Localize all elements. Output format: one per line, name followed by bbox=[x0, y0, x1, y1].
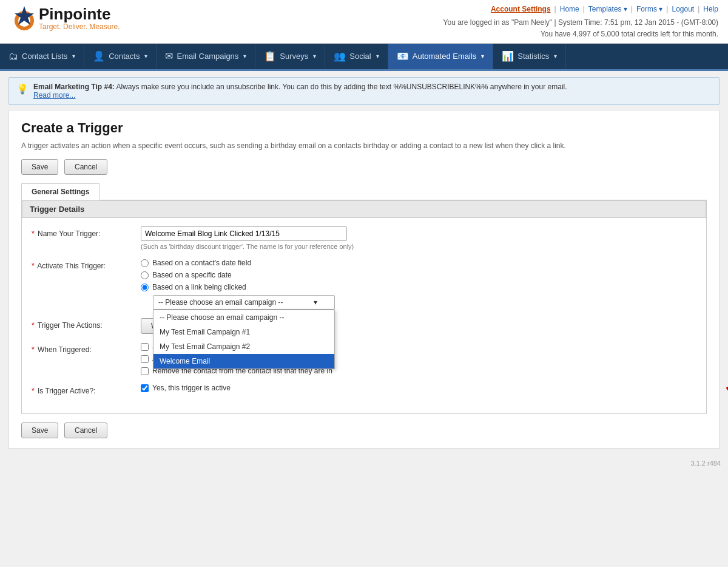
tab-general-settings[interactable]: General Settings bbox=[21, 183, 99, 200]
campaign-dropdown-container: -- Please choose an email campaign -- ▾ … bbox=[153, 295, 696, 310]
surveys-icon: 📋 bbox=[264, 50, 276, 62]
email-campaigns-chevron: ▾ bbox=[243, 53, 246, 59]
actions-row: * Trigger The Actions: Wh... bbox=[32, 318, 696, 334]
cancel-button-top[interactable]: Cancel bbox=[64, 159, 107, 175]
check-remove-list-input[interactable] bbox=[141, 367, 149, 375]
radio-date-field: Based on a contact's date field bbox=[141, 259, 696, 267]
radio-specific-date-label: Based on a specific date bbox=[152, 271, 232, 279]
red-arrow-container bbox=[709, 356, 728, 406]
save-button-top[interactable]: Save bbox=[21, 159, 58, 175]
dropdown-item-placeholder[interactable]: -- Please choose an email campaign -- bbox=[153, 310, 334, 325]
social-chevron: ▾ bbox=[376, 53, 379, 59]
name-control: (Such as 'birthday discount trigger'. Th… bbox=[141, 226, 696, 250]
automated-emails-icon: 📧 bbox=[397, 50, 409, 62]
nav-email-campaigns-label: Email Campaigns bbox=[177, 52, 238, 61]
nav-statistics-label: Statistics bbox=[517, 52, 549, 61]
statistics-chevron: ▾ bbox=[554, 53, 557, 59]
contact-lists-icon: 🗂 bbox=[8, 51, 18, 62]
nav-social-label: Social bbox=[349, 52, 371, 61]
nav-surveys[interactable]: 📋 Surveys ▾ bbox=[255, 44, 325, 69]
tip-icon: 💡 bbox=[16, 83, 29, 95]
trigger-name-input[interactable] bbox=[141, 226, 347, 241]
activate-radio-group: Based on a contact's date field Based on… bbox=[141, 259, 696, 310]
dropdown-item-welcome-email[interactable]: Welcome Email bbox=[153, 354, 334, 368]
active-control: Yes, this trigger is active bbox=[141, 384, 696, 392]
logo-icon bbox=[10, 4, 39, 33]
active-checkbox[interactable] bbox=[141, 384, 149, 392]
nav-contact-lists[interactable]: 🗂 Contact Lists ▾ bbox=[0, 44, 84, 69]
automated-emails-chevron: ▾ bbox=[481, 53, 484, 59]
account-settings-link[interactable]: Account Settings bbox=[491, 4, 551, 15]
contact-lists-chevron: ▾ bbox=[72, 53, 75, 59]
logo-name: Pinpointe bbox=[39, 5, 120, 23]
nav-social[interactable]: 👥 Social ▾ bbox=[325, 44, 388, 69]
red-arrow-icon bbox=[709, 356, 728, 404]
campaign-dropdown-list: -- Please choose an email campaign -- My… bbox=[153, 310, 335, 369]
actions-label: * Trigger The Actions: bbox=[32, 318, 141, 330]
activate-control: Based on a contact's date field Based on… bbox=[141, 259, 696, 310]
main-content: Create a Trigger A trigger activates an … bbox=[8, 110, 720, 449]
dropdown-item-1[interactable]: My Test Email Campaign #1 bbox=[153, 325, 334, 339]
navbar: 🗂 Contact Lists ▾ 👤 Contacts ▾ ✉ Email C… bbox=[0, 44, 728, 69]
name-label: * Name Your Trigger: bbox=[32, 226, 141, 238]
radio-link-clicked-label: Based on a link being clicked bbox=[152, 283, 246, 291]
contacts-icon: 👤 bbox=[93, 50, 105, 62]
forms-link[interactable]: Forms ▾ bbox=[636, 4, 662, 15]
active-row: * Is Trigger Active?: Yes, this trigger … bbox=[32, 384, 696, 395]
home-link[interactable]: Home bbox=[560, 4, 579, 15]
surveys-chevron: ▾ bbox=[313, 53, 316, 59]
radio-link-clicked-input[interactable] bbox=[141, 284, 149, 291]
templates-link[interactable]: Templates ▾ bbox=[588, 4, 627, 15]
active-check-item: Yes, this trigger is active bbox=[141, 384, 696, 392]
logo-tagline: Target. Deliver. Measure. bbox=[39, 22, 120, 31]
activate-label: * Activate This Trigger: bbox=[32, 259, 141, 270]
check-send-email-input[interactable] bbox=[141, 343, 149, 351]
radio-link-clicked: Based on a link being clicked bbox=[141, 283, 696, 291]
tabs: General Settings bbox=[21, 183, 707, 200]
top-right-area: Account Settings | Home | Templates ▾ | … bbox=[443, 4, 718, 41]
user-info: You are logged in as "Pam Neely" | Syste… bbox=[443, 17, 718, 29]
tip-bar: 💡 Email Marketing Tip #4: Always make su… bbox=[8, 77, 720, 105]
top-nav: Account Settings | Home | Templates ▾ | … bbox=[443, 4, 718, 15]
navbar-divider bbox=[0, 69, 728, 71]
tip-label: Email Marketing Tip #4: bbox=[33, 83, 115, 91]
nav-automated-emails-label: Automated Emails bbox=[413, 52, 477, 61]
bottom-action-buttons: Save Cancel bbox=[21, 423, 707, 438]
radio-date-field-label: Based on a contact's date field bbox=[152, 259, 251, 267]
tip-read-more[interactable]: Read more... bbox=[33, 91, 75, 100]
header: Pinpointe Target. Deliver. Measure. Acco… bbox=[0, 0, 728, 44]
cancel-button-bottom[interactable]: Cancel bbox=[64, 423, 107, 438]
tip-text: Always make sure you include an unsubscr… bbox=[116, 83, 567, 91]
activate-row: * Activate This Trigger: Based on a cont… bbox=[32, 259, 696, 310]
contacts-chevron: ▾ bbox=[144, 53, 147, 59]
name-hint: (Such as 'birthday discount trigger'. Th… bbox=[141, 243, 696, 250]
statistics-icon: 📊 bbox=[502, 50, 514, 62]
radio-date-field-input[interactable] bbox=[141, 259, 149, 267]
when-triggered-label: * When Triggered: bbox=[32, 342, 141, 354]
nav-contacts[interactable]: 👤 Contacts ▾ bbox=[84, 44, 157, 69]
nav-email-campaigns[interactable]: ✉ Email Campaigns ▾ bbox=[157, 44, 255, 69]
nav-surveys-label: Surveys bbox=[280, 52, 308, 61]
nav-statistics[interactable]: 📊 Statistics ▾ bbox=[493, 44, 566, 69]
nav-automated-emails[interactable]: 📧 Automated Emails ▾ bbox=[388, 44, 494, 69]
help-link[interactable]: Help bbox=[703, 4, 718, 15]
dropdown-selected-text: -- Please choose an email campaign -- bbox=[158, 298, 283, 307]
radio-specific-date-input[interactable] bbox=[141, 271, 149, 279]
email-campaigns-icon: ✉ bbox=[165, 50, 173, 62]
section-title: Trigger Details bbox=[22, 200, 706, 218]
check-add-list-input[interactable] bbox=[141, 355, 149, 363]
nav-contacts-label: Contacts bbox=[109, 52, 140, 61]
logout-link[interactable]: Logout bbox=[672, 4, 694, 15]
credits-info: You have 4,997 of 5,000 total credits le… bbox=[443, 29, 718, 40]
dropdown-item-2[interactable]: My Test Email Campaign #2 bbox=[153, 339, 334, 354]
page-title: Create a Trigger bbox=[21, 120, 707, 136]
logo-area: Pinpointe Target. Deliver. Measure. bbox=[10, 4, 120, 33]
top-action-buttons: Save Cancel bbox=[21, 159, 707, 175]
name-row: * Name Your Trigger: (Such as 'birthday … bbox=[32, 226, 696, 250]
save-button-bottom[interactable]: Save bbox=[21, 423, 58, 438]
when-triggered-row: * When Triggered: Send an email campaign… bbox=[32, 342, 696, 375]
campaign-dropdown-display[interactable]: -- Please choose an email campaign -- ▾ bbox=[153, 295, 335, 310]
trigger-details-section: Trigger Details * Name Your Trigger: (Su… bbox=[21, 200, 707, 414]
active-label: * Is Trigger Active?: bbox=[32, 384, 141, 395]
nav-contact-lists-label: Contact Lists bbox=[22, 52, 67, 61]
